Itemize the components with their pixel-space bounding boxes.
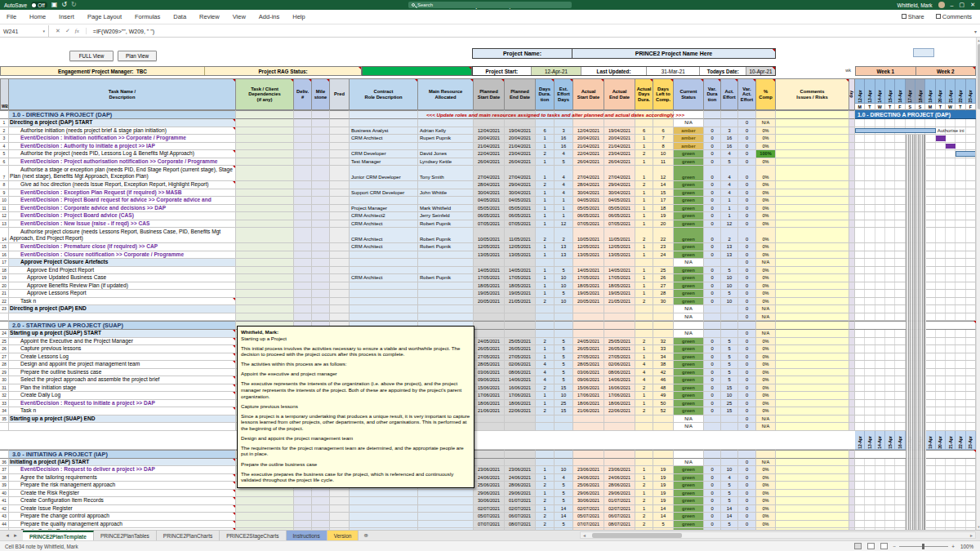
todays-date-value[interactable]: 10-Apr-21 [746, 67, 775, 75]
cell-pe[interactable]: 08/07/2021 [505, 521, 536, 529]
gantt-row-area[interactable]: Authorise ini [855, 127, 976, 136]
cell-wbs[interactable]: 20 [0, 282, 9, 291]
cell-mil[interactable] [312, 143, 330, 151]
cell-dd[interactable]: 1 [536, 466, 555, 474]
cell-vd[interactable]: 0 [704, 400, 721, 408]
cell-af[interactable]: 5 [721, 338, 738, 346]
cell-rol[interactable]: CRM Architect [350, 243, 418, 251]
cell-ae[interactable]: 28/06/2021 [604, 482, 635, 490]
cell-dl[interactable]: 5 [653, 521, 674, 529]
cell-ee[interactable]: 16 [555, 135, 573, 143]
task-row[interactable]: 40Create the Risk Register29/06/202129/0… [0, 490, 976, 498]
col-header-st[interactable]: Current Status [674, 78, 704, 110]
gantt-milestone[interactable] [936, 136, 946, 141]
cell-dlv[interactable] [294, 166, 312, 181]
cell-ee[interactable]: 25 [555, 400, 573, 408]
cell-ae[interactable] [604, 423, 635, 431]
cell-day[interactable] [849, 220, 855, 229]
cell-ee[interactable]: 5 [555, 290, 573, 298]
cell-pe[interactable] [505, 459, 536, 467]
cell-pc[interactable]: 0% [756, 338, 776, 346]
cell-mil[interactable] [312, 181, 330, 189]
cell-mil[interactable] [312, 205, 330, 213]
cell-day[interactable] [849, 205, 855, 213]
cell-dl[interactable]: 11 [653, 158, 674, 167]
cell-af[interactable]: 13 [721, 243, 738, 251]
tab-version[interactable]: Version [327, 531, 359, 540]
cell-cm[interactable] [776, 166, 849, 181]
cell-va[interactable]: 0 [738, 298, 756, 306]
cell-name[interactable]: Event/Decision : Authority to initiate a… [9, 143, 236, 151]
cell-dl[interactable]: 23 [653, 243, 674, 251]
cell-vd[interactable]: 0 [704, 212, 721, 220]
cell-ae[interactable]: 01/07/2021 [604, 497, 635, 505]
cell-ee[interactable] [555, 330, 573, 338]
formulabar-collapse-icon[interactable]: ▾ [974, 29, 977, 34]
cell-prd[interactable] [330, 521, 350, 529]
scroll-up-icon[interactable]: ▲ [977, 38, 980, 42]
cell-dd[interactable]: 1 [536, 220, 555, 229]
cell-dlv[interactable] [294, 189, 312, 198]
cell-name[interactable]: Create Lessons Log [9, 353, 236, 362]
cell-name[interactable]: Authorise the project (needs PID, Lesson… [9, 150, 236, 158]
cell-dep[interactable] [236, 181, 294, 189]
cell-ae[interactable]: 17/05/2021 [604, 274, 635, 282]
cell-ad[interactable]: 4 [635, 361, 653, 369]
cell-pc[interactable]: 0% [756, 143, 776, 151]
task-row[interactable]: 44Prepare the quality management approac… [0, 521, 976, 529]
cell-ae[interactable]: 18/06/2021 [604, 400, 635, 408]
cell-pe[interactable]: 19/05/2021 [505, 290, 536, 298]
cell-as[interactable]: 24/05/2021 [573, 338, 604, 346]
cell-dlv[interactable] [294, 181, 312, 189]
cell-dl[interactable]: 48 [653, 384, 674, 393]
cell-dep[interactable] [236, 313, 294, 322]
task-row[interactable]: 34Task n21/06/202122/06/202121521/06/202… [0, 407, 976, 415]
cell-prd[interactable] [330, 505, 350, 513]
cell-wbs[interactable]: 23 [0, 305, 9, 313]
cell-vd[interactable]: 0 [704, 205, 721, 213]
cell-ps[interactable]: 05/07/2021 [474, 513, 505, 521]
cell-prd[interactable] [330, 513, 350, 521]
page-break-view-icon[interactable] [880, 543, 888, 549]
cell-va[interactable]: 0 [738, 423, 756, 431]
col-header-vd[interactable]: Var. Dura tion [704, 78, 721, 110]
cell-day[interactable] [849, 166, 855, 181]
cell-ee[interactable]: 5 [555, 369, 573, 377]
cell-ad[interactable] [635, 313, 653, 322]
cell-ps[interactable] [474, 259, 505, 267]
cell-vd[interactable]: 0 [704, 282, 721, 291]
cell-mil[interactable] [312, 166, 330, 181]
cell-ee[interactable]: 5 [555, 158, 573, 167]
cell-pe[interactable] [505, 415, 536, 424]
cell-st[interactable]: amber [674, 143, 704, 151]
cell-wbs[interactable]: 11 [0, 205, 9, 213]
cell-af[interactable]: 5 [721, 267, 738, 275]
cell-pc[interactable]: 0% [756, 251, 776, 260]
cell-ae[interactable]: 22/06/2021 [604, 407, 635, 415]
cell-dep[interactable] [236, 505, 294, 513]
cell-pc[interactable]: 0% [756, 181, 776, 189]
cell-cm[interactable] [776, 338, 849, 346]
cell-day[interactable] [849, 482, 855, 490]
cell-af[interactable] [721, 459, 738, 467]
cell-ae[interactable]: 14/05/2021 [604, 267, 635, 275]
cell-res[interactable]: Rupert Pupnik [418, 135, 474, 143]
cell-ae[interactable]: 12/05/2021 [604, 243, 635, 251]
cell-mil[interactable] [312, 282, 330, 291]
cell-vd[interactable]: 0 [704, 505, 721, 513]
cell-ee[interactable]: 10 [555, 274, 573, 282]
cell-ad[interactable]: 1 [635, 290, 653, 298]
search-input[interactable]: Search [408, 2, 572, 8]
cell-prd[interactable] [330, 274, 350, 282]
cell-day[interactable] [849, 505, 855, 513]
cell-ee[interactable]: 5 [555, 490, 573, 498]
cell-name[interactable]: Event/Decision : Project authorisation n… [9, 158, 236, 167]
cell-as[interactable]: 17/06/2021 [573, 392, 604, 400]
cell-vd[interactable]: 0 [704, 521, 721, 529]
cell-ad[interactable]: 2 [635, 521, 653, 529]
cell-pe[interactable]: 27/04/2021 [505, 166, 536, 181]
tab-prince2plancharts[interactable]: PRINCE2PlanCharts [157, 531, 220, 540]
cell-vd[interactable]: 0 [704, 353, 721, 362]
cell-prd[interactable] [330, 166, 350, 181]
cell-ad[interactable] [635, 305, 653, 313]
